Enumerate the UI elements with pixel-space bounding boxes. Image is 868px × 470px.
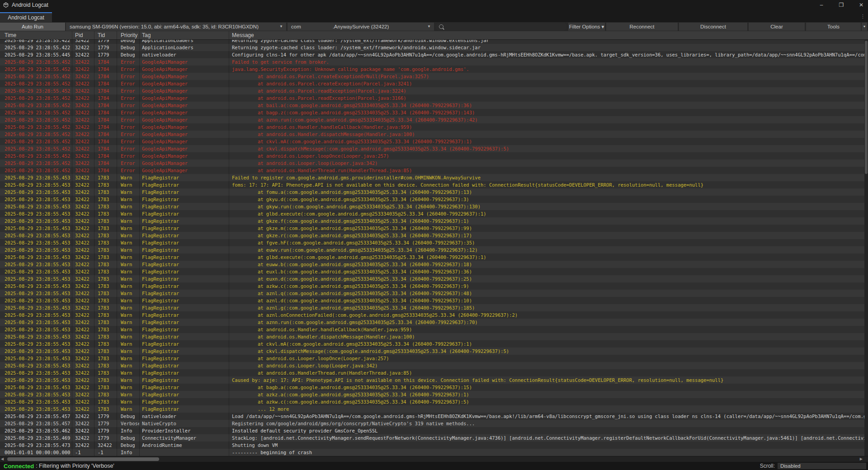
vertical-scrollbar-thumb[interactable] — [865, 41, 868, 174]
cell-msg: Shutting down VM — [229, 442, 868, 449]
log-row[interactable]: 2025-08-29 23:28:55.453324221783WarnFlag… — [0, 391, 868, 398]
log-row[interactable]: 2025-08-29 23:28:55.445324221779Debugnat… — [0, 51, 868, 58]
log-row[interactable]: 0001-01-01 00:00:00.000-1-1Info---------… — [0, 449, 868, 456]
log-row[interactable]: 2025-08-29 23:28:55.452324221784ErrorGoo… — [0, 152, 868, 160]
log-row[interactable]: 2025-08-29 23:28:55.453324221783WarnFlag… — [0, 225, 868, 232]
log-row[interactable]: 2025-08-29 23:28:55.453324221783WarnFlag… — [0, 246, 868, 254]
search-input[interactable] — [446, 24, 567, 30]
log-row[interactable]: 2025-08-29 23:28:55.453324221783WarnFlag… — [0, 188, 868, 196]
auto-run-button[interactable]: Auto Run — [0, 23, 65, 31]
scroll-mode-dropdown[interactable]: Disabled — [778, 463, 866, 469]
cell-tag: FlagRegistrar — [140, 232, 229, 239]
cell-pid: 32422 — [72, 73, 94, 80]
log-row[interactable]: 2025-08-29 23:28:55.453324221783WarnFlag… — [0, 304, 868, 311]
log-row[interactable]: 2025-08-29 23:28:55.452324221784ErrorGoo… — [0, 123, 868, 131]
log-row[interactable]: 2025-08-29 23:28:55.453324221783WarnFlag… — [0, 369, 868, 376]
log-row[interactable]: 2025-08-29 23:28:55.452324221784ErrorGoo… — [0, 116, 868, 123]
log-row[interactable]: 2025-08-29 23:28:55.453324221783WarnFlag… — [0, 232, 868, 239]
log-row[interactable]: 2025-08-29 23:28:55.453324221783WarnFlag… — [0, 174, 868, 181]
maximize-icon[interactable]: ❐ — [837, 0, 845, 10]
cell-pid: 32422 — [72, 225, 94, 232]
log-row[interactable]: 2025-08-29 23:28:55.452324221784ErrorGoo… — [0, 73, 868, 80]
log-row[interactable]: 2025-08-29 23:28:55.453324221783WarnFlag… — [0, 384, 868, 391]
log-row[interactable]: 2025-08-29 23:28:55.453324221783WarnFlag… — [0, 196, 868, 203]
log-row[interactable]: 2025-08-29 23:28:55.453324221783WarnFlag… — [0, 326, 868, 333]
cell-msg: at bagb.a(:com.google.android.gms@253334… — [229, 384, 868, 391]
log-row[interactable]: 2025-08-29 23:28:55.462324221779InfoProv… — [0, 427, 868, 434]
cell-priority: Warn — [117, 268, 140, 275]
log-row[interactable]: 2025-08-29 23:28:55.453324221783WarnFlag… — [0, 355, 868, 362]
clear-button[interactable]: Clear — [749, 23, 805, 31]
tools-dropdown-arrow[interactable]: ▾ — [862, 23, 867, 31]
log-row[interactable]: 2025-08-29 23:28:55.452324221784ErrorGoo… — [0, 94, 868, 102]
log-row[interactable]: 2025-08-29 23:28:55.452324221784ErrorGoo… — [0, 109, 868, 116]
log-row[interactable]: 2025-08-29 23:28:55.452324221784ErrorGoo… — [0, 102, 868, 109]
log-row[interactable]: 2025-08-29 23:28:55.457324221779VerboseN… — [0, 420, 868, 427]
log-row[interactable]: 2025-08-29 23:28:55.453324221783WarnFlag… — [0, 362, 868, 369]
log-row[interactable]: 2025-08-29 23:28:55.453324221783WarnFlag… — [0, 297, 868, 304]
package-dropdown[interactable]: com .AnywaySurvive (32422) ▼ — [288, 23, 434, 31]
cell-tid: 1779 — [94, 413, 117, 420]
scroll-label: Scroll: — [760, 463, 775, 469]
log-row[interactable]: 2025-08-29 23:28:55.422324221779DebugApp… — [0, 40, 868, 44]
filter-options-button[interactable]: Filter Options ▾ — [568, 23, 605, 31]
log-row[interactable]: 2025-08-29 23:28:55.452324221784ErrorGoo… — [0, 131, 868, 138]
log-row[interactable]: 2025-08-29 23:28:55.469324221779DebugCon… — [0, 434, 868, 442]
reconnect-button[interactable]: Reconnect — [606, 23, 678, 31]
horizontal-scrollbar-thumb[interactable] — [7, 457, 159, 461]
log-row[interactable]: 2025-08-29 23:28:55.453324221783WarnFlag… — [0, 340, 868, 348]
log-row[interactable]: 2025-08-29 23:28:55.453324221783WarnFlag… — [0, 348, 868, 355]
column-message[interactable]: Message — [229, 31, 868, 39]
cell-tag: FlagRegistrar — [140, 203, 229, 210]
log-row[interactable]: 2025-08-29 23:28:55.453324221783WarnFlag… — [0, 239, 868, 246]
log-row[interactable]: 2025-08-29 23:28:55.453324221783WarnFlag… — [0, 261, 868, 268]
column-tag[interactable]: Tag — [140, 31, 229, 39]
log-row[interactable]: 2025-08-29 23:28:55.453324221783WarnFlag… — [0, 217, 868, 225]
column-pid[interactable]: Pid — [72, 31, 94, 39]
disconnect-button[interactable]: Disconnect — [679, 23, 747, 31]
cell-tid: 1784 — [94, 123, 117, 131]
cell-tid: 1784 — [94, 58, 117, 66]
vertical-scrollbar[interactable] — [864, 40, 868, 456]
device-dropdown[interactable]: samsung SM-G996N (version: 15.0, abi: ar… — [66, 23, 286, 31]
pane-menu-icon[interactable]: ⋮ — [860, 14, 865, 19]
log-row[interactable]: 2025-08-29 23:28:55.452324221784ErrorGoo… — [0, 66, 868, 73]
column-time[interactable]: Time — [0, 31, 72, 39]
tools-button[interactable]: Tools — [806, 23, 861, 31]
log-row[interactable]: 2025-08-29 23:28:55.453324221783WarnFlag… — [0, 282, 868, 290]
column-priority[interactable]: Priority — [117, 31, 140, 39]
log-row[interactable]: 2025-08-29 23:28:55.453324221783WarnFlag… — [0, 405, 868, 413]
log-row[interactable]: 2025-08-29 23:28:55.452324221784ErrorGoo… — [0, 145, 868, 152]
log-row[interactable]: 2025-08-29 23:28:55.452324221784ErrorGoo… — [0, 138, 868, 145]
log-row[interactable]: 2025-08-29 23:28:55.453324221783WarnFlag… — [0, 319, 868, 326]
log-row[interactable]: 2025-08-29 23:28:55.452324221784ErrorGoo… — [0, 80, 868, 87]
log-row[interactable]: 2025-08-29 23:28:55.453324221783WarnFlag… — [0, 210, 868, 217]
log-row[interactable]: 2025-08-29 23:28:55.452324221784ErrorGoo… — [0, 167, 868, 174]
log-row[interactable]: 2025-08-29 23:28:55.453324221783WarnFlag… — [0, 203, 868, 210]
horizontal-scrollbar[interactable]: ◀ ▶ — [0, 456, 868, 462]
cell-tid: 1784 — [94, 102, 117, 109]
log-row[interactable]: 2025-08-29 23:28:55.453324221783WarnFlag… — [0, 290, 868, 297]
log-row[interactable]: 2025-08-29 23:28:55.453324221783WarnFlag… — [0, 376, 868, 384]
log-row[interactable]: 2025-08-29 23:28:55.453324221783WarnFlag… — [0, 181, 868, 188]
log-row[interactable]: 2025-08-29 23:28:55.457324221779Debugnat… — [0, 413, 868, 420]
log-row[interactable]: 2025-08-29 23:28:55.452324221784ErrorGoo… — [0, 87, 868, 94]
log-row[interactable]: 2025-08-29 23:28:55.453324221783WarnFlag… — [0, 254, 868, 261]
close-icon[interactable]: ✕ — [857, 0, 865, 10]
scroll-right-icon[interactable]: ▶ — [860, 456, 863, 462]
log-row[interactable]: 2025-08-29 23:28:55.453324221783WarnFlag… — [0, 311, 868, 319]
cell-priority: Warn — [117, 225, 140, 232]
log-row[interactable]: 2025-08-29 23:28:55.452324221784ErrorGoo… — [0, 160, 868, 167]
log-row[interactable]: 2025-08-29 23:28:55.452324221784ErrorGoo… — [0, 58, 868, 66]
log-row[interactable]: 2025-08-29 23:28:55.453324221783WarnFlag… — [0, 398, 868, 405]
log-row[interactable]: 2025-08-29 23:28:55.453324221783WarnFlag… — [0, 275, 868, 282]
log-row[interactable]: 2025-08-29 23:28:55.422324221779DebugApp… — [0, 44, 868, 51]
log-row[interactable]: 2025-08-29 23:28:55.453324221783WarnFlag… — [0, 268, 868, 275]
minimize-icon[interactable]: – — [817, 0, 826, 10]
log-row[interactable]: 2025-08-29 23:28:55.453324221783WarnFlag… — [0, 333, 868, 340]
column-tid[interactable]: Tid — [94, 31, 117, 39]
tab-android-logcat[interactable]: Android Logcat — [0, 12, 52, 22]
cell-priority: Debug — [117, 434, 140, 442]
scroll-left-icon[interactable]: ◀ — [1, 456, 4, 462]
log-row[interactable]: 2025-08-29 23:28:55.4733242232422DebugAn… — [0, 442, 868, 449]
